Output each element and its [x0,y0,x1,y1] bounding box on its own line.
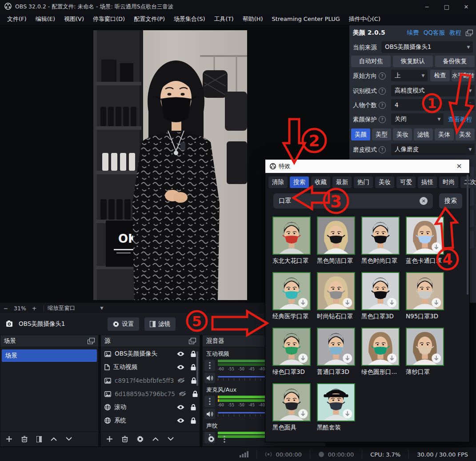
dialog-scrollbar[interactable] [467,175,468,295]
effect-card[interactable]: 蓝色卡通口罩 [406,216,450,265]
move-up-icon[interactable] [152,437,159,441]
lock-icon[interactable] [191,351,196,357]
trash-icon[interactable] [122,436,128,442]
effect-thumbnail[interactable] [361,272,400,310]
skin-mode-dropdown[interactable]: 人像磨皮▼ [391,144,475,155]
effect-card[interactable]: 黑色简洁口罩 [317,216,361,265]
beauty-tab-美颜[interactable]: 美颜 [351,128,370,140]
effect-thumbnail[interactable] [406,272,444,310]
lock-icon[interactable] [191,364,196,370]
effects-tab-最新[interactable]: 最新 [332,176,352,188]
effects-tab-时尚[interactable]: 时尚 [439,176,458,188]
check-button[interactable]: 检查 [430,70,450,81]
source-row[interactable]: OBS美颜摄像头 [101,347,200,361]
beauty-link-QQ客服[interactable]: QQ客服 [424,29,445,37]
lock-icon[interactable] [192,391,198,397]
source-row[interactable]: c8917f4ebbfbfe5ff3 [101,374,200,387]
visible-eye-icon[interactable] [177,365,184,370]
add-icon[interactable] [6,436,12,442]
beauty-link-续费[interactable]: 续费 [407,29,419,37]
channel-options-button[interactable] [204,396,215,407]
source-row[interactable]: 6d18859a5796bc75 [101,387,200,401]
menu-item-插件中心(C)[interactable]: 插件中心(C) [344,13,385,25]
menu-item-文件(F)[interactable]: 文件(F) [3,13,31,25]
effects-tab-美妆[interactable]: 美妆 [375,176,394,188]
channel-options-button[interactable] [204,360,215,371]
effect-card[interactable]: 黑色口罩3D [361,272,406,321]
effect-thumbnail[interactable] [272,383,311,421]
menu-item-视图(V)[interactable]: 视图(V) [60,13,88,25]
effects-search-button[interactable]: 搜索 [439,193,462,208]
effect-thumbnail[interactable] [361,216,400,255]
effect-card[interactable]: 绿色口罩3D [272,328,317,376]
effect-card[interactable]: 薄纱口罩 [406,328,450,376]
filters-button[interactable]: 滤镜 [144,317,176,331]
lock-icon[interactable] [191,404,196,410]
effects-tab-清除[interactable]: 清除 [268,176,288,188]
lock-icon[interactable] [191,377,196,384]
effect-thumbnail[interactable] [406,328,444,366]
menu-item-工具(T)[interactable]: 工具(T) [210,13,238,25]
minimize-button[interactable]: − [417,0,437,13]
popout-icon[interactable] [88,338,95,344]
beauty-button-备份恢复[interactable]: 备份恢复 [435,56,475,67]
orientation-dropdown[interactable]: 上▼ [391,70,428,81]
menu-item-Streaming Center PLUG[interactable]: Streaming Center PLUG [268,13,344,25]
beauty-button-恢复默认[interactable]: 恢复默认 [393,56,432,67]
effects-search-input[interactable]: 口罩 ✕ [273,193,433,208]
more-icon[interactable] [224,436,225,443]
effects-tab-收藏[interactable]: 收藏 [311,176,330,188]
effect-thumbnail[interactable] [317,216,355,255]
effect-thumbnail[interactable] [361,328,400,366]
effect-card[interactable]: 时尚钻石口罩 [317,272,361,321]
mute-button[interactable] [204,373,215,383]
effects-tab-可爱[interactable]: 可爱 [396,176,416,188]
tutorial-link[interactable]: 查看教程 [448,116,472,124]
menu-item-帮助(H)[interactable]: 帮助(H) [238,13,268,25]
persons-spinner[interactable]: 4 ⌃⌃ [391,99,475,111]
menu-item-场景集合(S)[interactable]: 场景集合(S) [169,13,209,25]
zoom-out-button[interactable]: − [0,305,12,312]
help-icon[interactable]: ? [379,88,386,95]
menu-item-编辑(E)[interactable]: 编辑(E) [31,13,60,25]
hidden-eye-icon[interactable] [179,391,186,397]
source-row[interactable]: 系统 [101,414,200,427]
gear-icon[interactable] [137,436,144,442]
help-icon[interactable]: ? [379,72,386,80]
visible-eye-icon[interactable] [177,351,184,357]
effect-thumbnail[interactable] [272,272,311,310]
menu-item-停靠窗口(D)[interactable]: 停靠窗口(D) [88,13,129,25]
flip-button[interactable]: 水平翻转 [452,70,475,81]
dialog-close-icon[interactable]: ✕ [453,162,465,170]
advanced-audio-icon[interactable] [208,436,215,442]
effects-tab-搞怪[interactable]: 搞怪 [418,176,437,188]
zoom-in-button[interactable]: + [28,305,40,312]
source-row[interactable]: 互动视频 [101,361,200,374]
effect-card[interactable]: N95口罩3D [406,272,450,321]
effect-card[interactable]: 黑色时尚口罩 [361,216,406,265]
help-icon[interactable]: ? [379,116,386,123]
lock-icon[interactable] [191,417,196,424]
move-up-icon[interactable] [51,437,57,441]
add-icon[interactable] [106,436,113,442]
effect-card[interactable]: 黑酷套装 [317,383,361,432]
beauty-link-教程[interactable]: 教程 [449,29,461,37]
effect-thumbnail[interactable] [406,216,444,255]
help-icon[interactable]: ? [379,146,386,153]
visible-eye-icon[interactable] [177,418,184,423]
sources-scrollbar[interactable] [196,351,198,386]
source-row[interactable]: 滚动 [101,401,200,414]
menu-item-配置文件(P)[interactable]: 配置文件(P) [129,13,169,25]
beauty-tab-美妆[interactable]: 美妆 [393,128,412,140]
fit-to-window-dropdown[interactable]: 缩放至窗口▼ [48,305,103,312]
beauty-tab-美体[interactable]: 美体 [435,128,454,140]
beauty-tab-美发[interactable]: 美发 [456,128,475,140]
effects-tab-热门[interactable]: 热门 [354,176,373,188]
trash-icon[interactable] [21,436,28,442]
beauty-tab-滤镜[interactable]: 滤镜 [414,128,433,140]
beauty-button-自动对焦[interactable]: 自动对焦 [351,56,391,67]
recognition-dropdown[interactable]: 高精度模式▼ [391,85,475,96]
close-button[interactable]: ✕ [456,0,476,13]
protect-dropdown[interactable]: 关闭▼ [391,113,444,125]
effect-thumbnail[interactable] [317,328,355,366]
